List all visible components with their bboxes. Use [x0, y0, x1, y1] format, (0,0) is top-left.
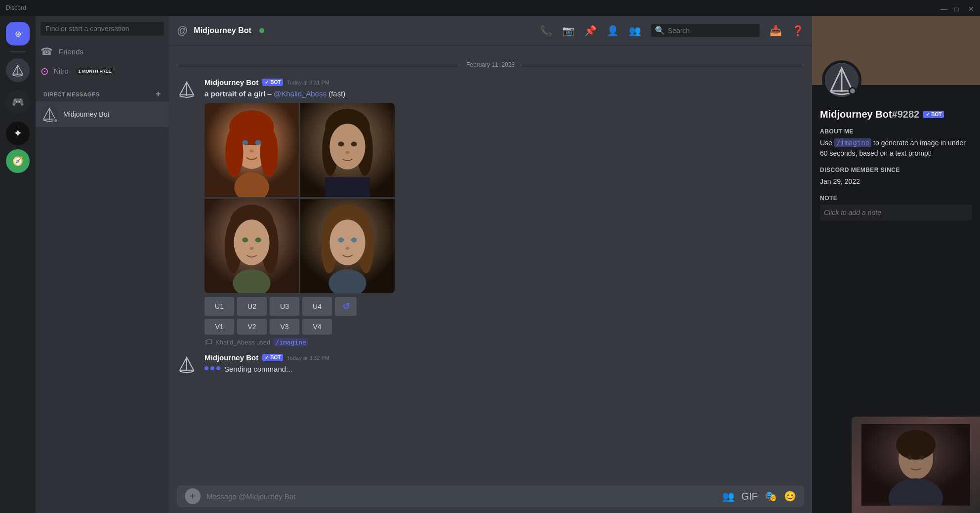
- dm-search-area: [36, 16, 169, 42]
- sticker-icon[interactable]: 🎭: [765, 490, 777, 502]
- note-title: NOTE: [820, 195, 972, 202]
- close-button[interactable]: ✕: [968, 5, 974, 11]
- help-icon[interactable]: ❓: [792, 25, 804, 37]
- message-suffix: (fast): [328, 89, 345, 98]
- maximize-button[interactable]: □: [954, 5, 960, 11]
- add-dm-button[interactable]: +: [156, 89, 161, 99]
- member-since-date: Jan 29, 2022: [820, 176, 972, 187]
- pin-icon[interactable]: 📌: [584, 25, 597, 37]
- profile-member-since-section: DISCORD MEMBER SINCE Jan 29, 2022: [820, 167, 972, 187]
- webcam-overlay: [852, 417, 980, 513]
- message-2-avatar: [177, 354, 197, 374]
- icon-sidebar: ⊕ 🎮 ✦ 🧭: [0, 16, 36, 513]
- button-v3[interactable]: V3: [270, 319, 299, 335]
- action-buttons-row1: U1 U2 U3 U4 ↺: [204, 297, 804, 316]
- profile-panel: Midjourney Bot#9282 ✓ BOT ABOUT ME Use /…: [812, 16, 980, 513]
- svg-point-27: [345, 151, 349, 154]
- people-icon[interactable]: 👥: [722, 490, 735, 502]
- input-icons: 👥 GIF 🎭 😊: [722, 490, 796, 502]
- button-refresh[interactable]: ↺: [335, 297, 357, 316]
- video-icon[interactable]: 📷: [562, 25, 574, 37]
- search-icon: 🔍: [655, 26, 665, 35]
- search-box[interactable]: 🔍 Search: [651, 24, 760, 37]
- phone-icon[interactable]: 📞: [540, 25, 552, 37]
- portrait-2[interactable]: [300, 103, 395, 197]
- sidebar-divider: [10, 51, 26, 52]
- message-input[interactable]: [206, 492, 722, 501]
- system-message: 🏷 Khalid_Abess used /imagine: [169, 337, 812, 347]
- note-input[interactable]: [820, 205, 972, 220]
- messages-area[interactable]: February 11, 2023 Midjourney Bot: [169, 45, 812, 479]
- message-1-author: Midjourney Bot: [204, 78, 258, 86]
- sidebar-ai-icon[interactable]: ✦: [6, 122, 30, 145]
- button-v2[interactable]: V2: [237, 319, 267, 335]
- channel-header: @ Midjourney Bot 📞 📷 📌 👤 👥 🔍 Search 📥 ❓: [169, 16, 812, 45]
- sidebar-explore-icon[interactable]: 🧭: [6, 149, 30, 173]
- message-separator: –: [268, 89, 274, 98]
- dm-name: Midjourney Bot: [63, 110, 109, 118]
- system-msg-icon: 🏷: [204, 338, 212, 346]
- profile-name: Midjourney Bot#9282: [820, 109, 919, 120]
- add-friend-icon[interactable]: 👤: [607, 25, 619, 37]
- message-1-bot-badge: ✓ BOT: [262, 79, 283, 86]
- sidebar-nitro-icon[interactable]: 🎮: [1, 86, 35, 118]
- sending-dots: [204, 366, 220, 370]
- portrait-3[interactable]: [204, 199, 299, 293]
- portrait-4[interactable]: [300, 199, 395, 293]
- gif-icon[interactable]: GIF: [741, 491, 758, 502]
- button-v1[interactable]: V1: [204, 319, 234, 335]
- date-divider: February 11, 2023: [169, 57, 812, 72]
- button-u3[interactable]: U3: [270, 297, 299, 316]
- inbox-icon[interactable]: 📥: [770, 25, 782, 37]
- find-conversation-input[interactable]: [41, 22, 164, 36]
- message-2-time: Today at 3:32 PM: [287, 355, 329, 361]
- button-u4[interactable]: U4: [302, 297, 332, 316]
- profile-discriminator: #9282: [892, 109, 920, 120]
- app-body: ⊕ 🎮 ✦ 🧭 ☎: [0, 16, 980, 513]
- dm-section-title: DIRECT MESSAGES: [43, 91, 100, 97]
- hide-members-icon[interactable]: 👥: [629, 25, 641, 37]
- attach-button[interactable]: +: [185, 488, 201, 504]
- svg-point-15: [260, 128, 278, 177]
- nitro-icon-sidebar: ⊙: [41, 65, 49, 77]
- friends-label: Friends: [59, 47, 83, 56]
- dm-sidebar: ☎ Friends ⊙ Nitro 1 MONTH FREE DIRECT ME…: [36, 16, 169, 513]
- button-u1[interactable]: U1: [204, 297, 234, 316]
- input-wrapper: + 👥 GIF 🎭 😊: [177, 485, 804, 507]
- dm-item-midjourney[interactable]: Midjourney Bot: [36, 101, 169, 127]
- profile-body: Midjourney Bot#9282 ✓ BOT ABOUT ME Use /…: [812, 85, 980, 236]
- svg-rect-60: [861, 424, 970, 506]
- message-2: Midjourney Bot ✓ BOT Today at 3:32 PM: [169, 351, 812, 376]
- title-bar-title: Discord: [6, 4, 26, 11]
- member-since-title: DISCORD MEMBER SINCE: [820, 167, 972, 173]
- message-1-header: Midjourney Bot ✓ BOT Today at 3:31 PM: [204, 78, 804, 86]
- nitro-badge: 1 MONTH FREE: [76, 68, 115, 75]
- nitro-row[interactable]: ⊙ Nitro 1 MONTH FREE: [36, 61, 169, 81]
- profile-bot-badge: ✓ BOT: [923, 111, 944, 118]
- message-mention: @Khalid_Abess: [274, 89, 327, 98]
- message-2-content: Midjourney Bot ✓ BOT Today at 3:32 PM: [204, 353, 804, 374]
- search-label: Search: [668, 27, 690, 35]
- minimize-button[interactable]: —: [940, 5, 946, 11]
- portrait-1[interactable]: [204, 103, 299, 197]
- button-u2[interactable]: U2: [237, 297, 267, 316]
- input-bar: + 👥 GIF 🎭 😊: [169, 479, 812, 513]
- title-bar-controls: — □ ✕: [940, 5, 974, 11]
- button-v4[interactable]: V4: [302, 319, 332, 335]
- emoji-icon[interactable]: 😊: [784, 490, 796, 502]
- profile-name-row: Midjourney Bot#9282 ✓ BOT: [820, 109, 972, 120]
- dm-section: DIRECT MESSAGES +: [36, 81, 169, 101]
- svg-point-35: [255, 237, 261, 242]
- message-1: Midjourney Bot ✓ BOT Today at 3:31 PM a …: [169, 76, 812, 337]
- sidebar-server-1-icon[interactable]: [6, 58, 30, 82]
- svg-rect-28: [325, 177, 369, 197]
- profile-status-dot: [849, 87, 857, 95]
- friends-button[interactable]: ☎ Friends: [36, 42, 169, 61]
- about-me-highlight: /imagine: [834, 138, 871, 147]
- sidebar-home-icon[interactable]: ⊕: [6, 22, 30, 45]
- nitro-icon: 🎮: [6, 90, 30, 114]
- profile-about-section: ABOUT ME Use /imagine to generate an ima…: [820, 128, 972, 159]
- channel-at-icon: @: [177, 24, 188, 37]
- message-1-avatar: [177, 79, 197, 99]
- svg-point-17: [255, 140, 261, 145]
